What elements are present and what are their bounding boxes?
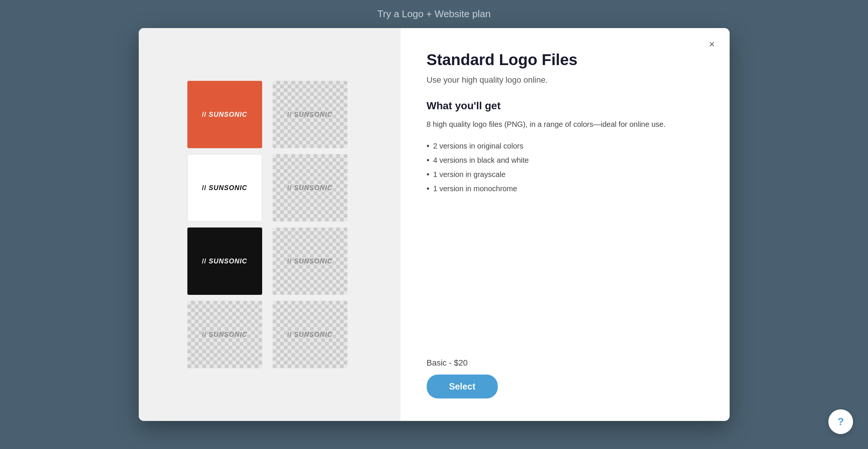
logo-tile-checker-4: // SUNSONIC (187, 301, 262, 368)
features-list: 2 versions in original colors4 versions … (427, 139, 703, 196)
left-panel: // SUNSONIC // SUNSONIC // SUNSONIC (139, 28, 401, 421)
logo-tile-orange: // SUNSONIC (187, 81, 262, 148)
price-label: Basic - $20 (427, 358, 703, 368)
panel-subtitle: Use your high quality logo online. (427, 75, 703, 85)
feature-item-1: 4 versions in black and white (427, 153, 703, 167)
modal: // SUNSONIC // SUNSONIC // SUNSONIC (139, 28, 730, 421)
logo-text-black: // SUNSONIC (202, 257, 247, 265)
logo-slashes-c1: // (287, 111, 292, 119)
logo-tile-checker-2: // SUNSONIC (273, 154, 347, 222)
logo-slashes-black: // (202, 257, 206, 265)
logo-tile-white: // SUNSONIC (187, 154, 262, 222)
section-heading: What you'll get (427, 100, 703, 112)
logo-name-white: SUNSONIC (209, 184, 247, 192)
bottom-section: Basic - $20 Select (427, 358, 703, 398)
logo-name-c2: SUNSONIC (294, 184, 332, 192)
logo-name-c5: SUNSONIC (294, 331, 332, 339)
logo-grid: // SUNSONIC // SUNSONIC // SUNSONIC (187, 81, 352, 368)
logo-slashes-c2: // (287, 184, 292, 192)
select-button[interactable]: Select (427, 375, 498, 398)
section-desc: 8 high quality logo files (PNG), in a ra… (427, 119, 703, 130)
feature-item-0: 2 versions in original colors (427, 139, 703, 153)
logo-name-c3: SUNSONIC (294, 257, 332, 265)
help-button[interactable]: ? (828, 409, 853, 434)
top-bar-label: Try a Logo + Website plan (377, 8, 491, 20)
logo-slashes-orange: // (202, 111, 206, 119)
logo-text-checker-2: // SUNSONIC (287, 184, 332, 192)
logo-text-checker-5: // SUNSONIC (287, 331, 332, 339)
logo-text-checker-3: // SUNSONIC (287, 257, 332, 265)
logo-name-black: SUNSONIC (209, 257, 247, 265)
logo-name-c4: SUNSONIC (209, 331, 247, 339)
close-button[interactable]: × (705, 37, 719, 51)
right-panel: × Standard Logo Files Use your high qual… (401, 28, 730, 421)
feature-item-3: 1 version in monochrome (427, 181, 703, 196)
logo-text-checker-1: // SUNSONIC (287, 111, 332, 119)
feature-item-2: 1 version in grayscale (427, 167, 703, 181)
logo-tile-checker-5: // SUNSONIC (273, 301, 347, 368)
logo-text-checker-4: // SUNSONIC (202, 331, 247, 339)
logo-slashes-c5: // (287, 331, 292, 339)
logo-text-white: // SUNSONIC (202, 184, 247, 192)
logo-tile-black: // SUNSONIC (187, 227, 262, 295)
logo-slashes-white: // (202, 184, 206, 192)
logo-text-orange: // SUNSONIC (202, 111, 247, 119)
logo-name-c1: SUNSONIC (294, 111, 332, 119)
logo-slashes-c3: // (287, 257, 292, 265)
logo-tile-checker-1: // SUNSONIC (273, 81, 347, 148)
logo-slashes-c4: // (202, 331, 206, 339)
panel-title: Standard Logo Files (427, 51, 703, 69)
logo-name-orange: SUNSONIC (209, 111, 247, 119)
logo-tile-checker-3: // SUNSONIC (273, 227, 347, 295)
